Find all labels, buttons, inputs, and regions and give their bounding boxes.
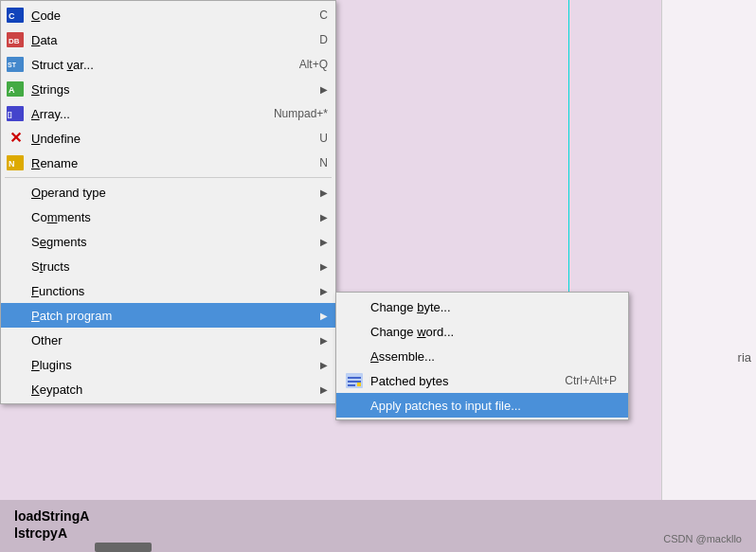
svg-text:DB: DB [9,37,20,45]
patched-bytes-icon [344,370,365,391]
submenu-item-change-word[interactable]: Change word... [336,319,628,344]
menu-item-operand-type[interactable]: Operand type ▶ [1,180,335,205]
menu-item-comments[interactable]: Comments ▶ [1,205,335,229]
submenu-item-change-byte[interactable]: Change byte... [336,294,628,319]
menu-item-plugins[interactable]: Plugins ▶ [1,352,335,377]
cyan-vertical-line [568,0,569,341]
patch-submenu: Change byte... Change word... Assemble..… [335,292,629,420]
menu-item-undefine-label: Undefine [31,132,319,146]
plugins-arrow-icon: ▶ [320,360,328,370]
segments-icon [5,231,26,252]
menu-item-undefine[interactable]: ✕ Undefine U [1,126,335,151]
menu-item-other-label: Other [31,333,313,347]
menu-item-plugins-label: Plugins [31,358,313,372]
other-icon [5,329,26,350]
svg-text:ST: ST [8,62,17,68]
menu-item-strings-label: Strings [31,82,313,97]
structs-arrow-icon: ▶ [320,261,328,272]
menu-item-other[interactable]: Other ▶ [1,328,335,352]
menu-item-keypatch-label: Keypatch [31,383,313,397]
menu-item-structs-label: Structs [31,259,313,274]
patch-program-arrow-icon: ▶ [320,311,328,321]
menu-item-rename-label: Rename [31,156,319,170]
comments-icon [5,206,26,227]
change-word-icon [344,321,365,342]
menu-item-struct-var[interactable]: ST Struct var... Alt+Q [1,52,335,77]
data-icon: DB [5,29,26,50]
patch-program-icon [5,305,26,326]
bottom-label-2: lstrcpyA [14,525,67,541]
svg-rect-16 [357,383,361,386]
functions-icon [5,280,26,301]
main-context-menu: C Code C DB Data D ST Struct var... Alt+… [0,0,336,404]
menu-item-rename[interactable]: N Rename N [1,151,335,175]
menu-item-operand-type-label: Operand type [31,186,313,200]
svg-rect-13 [348,377,361,379]
scroll-indicator[interactable] [95,543,152,552]
struct-icon: ST [5,54,26,75]
array-icon: [] [5,103,26,124]
menu-item-data-label: Data [31,33,319,47]
menu-item-struct-var-shortcut: Alt+Q [299,58,328,71]
menu-item-data[interactable]: DB Data D [1,27,335,52]
undefine-icon: ✕ [5,128,26,149]
segments-arrow-icon: ▶ [320,237,328,247]
svg-text:N: N [9,159,15,169]
operand-type-icon [5,182,26,203]
bottom-label-1: loadStringA [14,508,89,524]
apply-patches-icon [344,395,365,416]
menu-item-patch-program-label: Patch program [31,309,313,323]
submenu-item-assemble[interactable]: Assemble... [336,344,628,368]
menu-item-data-shortcut: D [319,33,328,46]
menu-item-functions[interactable]: Functions ▶ [1,278,335,303]
menu-item-undefine-shortcut: U [319,132,328,145]
menu-item-code-shortcut: C [319,9,328,22]
menu-item-array-shortcut: Numpad+* [274,107,328,120]
submenu-item-patched-bytes[interactable]: Patched bytes Ctrl+Alt+P [336,368,628,393]
svg-text:C: C [9,11,15,21]
comments-arrow-icon: ▶ [320,212,328,223]
submenu-item-apply-patches[interactable]: Apply patches to input file... [336,393,628,418]
menu-item-struct-var-label: Struct var... [31,58,299,72]
strings-icon: A [5,79,26,99]
svg-rect-15 [348,384,355,386]
svg-text:A: A [9,85,15,95]
submenu-item-assemble-label: Assemble... [370,349,435,364]
rename-icon: N [5,152,26,173]
menu-item-segments[interactable]: Segments ▶ [1,229,335,254]
submenu-item-patched-bytes-label: Patched bytes [370,374,448,388]
functions-arrow-icon: ▶ [320,286,328,296]
operand-type-arrow-icon: ▶ [320,187,328,198]
change-byte-icon [344,296,365,317]
right-panel-label: ria [738,350,751,365]
menu-item-rename-shortcut: N [319,156,328,169]
assemble-icon [344,346,365,366]
submenu-item-patched-bytes-shortcut: Ctrl+Alt+P [565,374,617,387]
menu-item-patch-program[interactable]: Patch program ▶ [1,303,335,328]
menu-item-structs[interactable]: Structs ▶ [1,254,335,278]
keypatch-icon [5,379,26,400]
menu-item-functions-label: Functions [31,284,313,298]
code-icon: C [5,5,26,26]
menu-item-code-label: Code [31,9,319,23]
menu-item-code[interactable]: C Code C [1,3,335,27]
submenu-item-change-word-label: Change word... [370,325,454,339]
structs-icon [5,256,26,276]
menu-item-keypatch[interactable]: Keypatch ▶ [1,377,335,401]
menu-item-comments-label: Comments [31,210,313,224]
right-panel: ria [661,0,756,552]
menu-item-strings[interactable]: A Strings ▶ [1,77,335,101]
svg-rect-14 [348,381,361,383]
keypatch-arrow-icon: ▶ [320,384,328,395]
submenu-item-change-byte-label: Change byte... [370,300,451,314]
other-arrow-icon: ▶ [320,335,328,346]
menu-item-array-label: Array... [31,107,274,121]
submenu-item-apply-patches-label: Apply patches to input file... [370,399,521,413]
strings-arrow-icon: ▶ [320,84,328,95]
svg-text:[]: [] [8,111,12,118]
menu-separator-1 [5,177,332,178]
watermark: CSDN @mackllo [663,533,742,544]
bottom-bar: loadStringA lstrcpyA CSDN @mackllo [0,500,756,552]
menu-item-array[interactable]: [] Array... Numpad+* [1,101,335,126]
menu-item-segments-label: Segments [31,235,313,249]
